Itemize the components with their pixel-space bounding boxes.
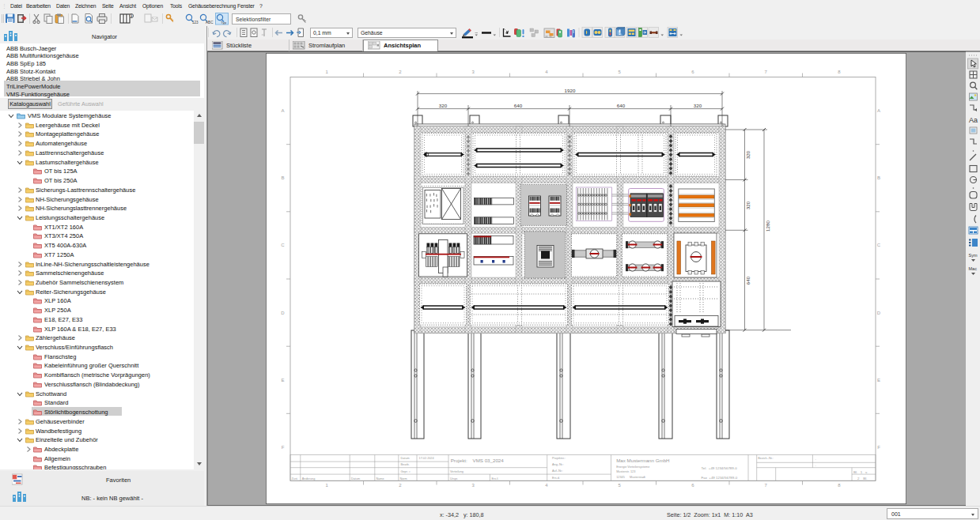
- svg-text:VMS 03_2024: VMS 03_2024: [473, 458, 505, 463]
- svg-text:F: F: [877, 445, 880, 450]
- svg-text:B: B: [877, 175, 880, 180]
- svg-text:Norm: Norm: [400, 477, 407, 480]
- svg-text:Energie Verteilersysteme: Energie Verteilersysteme: [616, 465, 649, 469]
- svg-text:1280: 1280: [765, 220, 770, 232]
- svg-text:Zust.: Zust.: [292, 477, 298, 480]
- svg-text:Projekt:: Projekt:: [451, 458, 467, 463]
- svg-text:B: B: [281, 175, 284, 180]
- svg-text:640: 640: [514, 103, 523, 108]
- svg-text:640: 640: [617, 103, 626, 108]
- svg-text:9: 9: [131, 13, 133, 18]
- svg-text:D: D: [877, 311, 881, 315]
- svg-text:320: 320: [694, 103, 702, 108]
- svg-text:2 Bl.: 2 Bl.: [857, 477, 867, 480]
- svg-text:Ers.d.: Ers.d.: [552, 477, 560, 480]
- svg-text:17.02.2024: 17.02.2024: [419, 457, 434, 460]
- svg-text:D: D: [281, 311, 285, 315]
- svg-text:123: 123: [192, 21, 199, 24]
- svg-text:ABC: ABC: [206, 21, 214, 24]
- svg-text:640: 640: [745, 276, 751, 284]
- svg-text:Projektnr.:: Projektnr.:: [552, 457, 566, 460]
- svg-text:Sym: Sym: [969, 253, 978, 258]
- svg-text:Aa: Aa: [969, 116, 978, 124]
- svg-text:C: C: [281, 243, 285, 247]
- svg-text:Auf.-Nr.:: Auf.-Nr.:: [552, 469, 563, 473]
- svg-text:E: E: [877, 378, 880, 382]
- svg-text:Änderung: Änderung: [302, 477, 315, 480]
- svg-text:A: A: [877, 108, 880, 113]
- svg-text:Urspr.: Urspr.: [450, 477, 458, 480]
- svg-text:Verteilung: Verteilung: [450, 470, 464, 473]
- svg-text:Ers.f.: Ers.f.: [492, 477, 499, 480]
- svg-text:Typ: Typ: [221, 21, 227, 24]
- svg-text:320: 320: [439, 103, 448, 108]
- svg-text:Mac: Mac: [969, 266, 978, 271]
- svg-text:E: E: [281, 378, 284, 382]
- svg-text:A: A: [281, 108, 284, 113]
- svg-text:Datum: Datum: [351, 477, 360, 480]
- svg-text:Max Mustermann GmbH: Max Mustermann GmbH: [616, 458, 669, 463]
- svg-text:F: F: [282, 445, 285, 450]
- svg-text:12345 Musterstadt: 12345 Musterstadt: [616, 476, 646, 479]
- svg-text:Ang.-Nr.:: Ang.-Nr.:: [552, 463, 564, 466]
- svg-text:Name: Name: [376, 477, 384, 480]
- svg-text:1920: 1920: [565, 88, 576, 93]
- svg-text:320: 320: [745, 201, 751, 209]
- svg-text:Datum: Datum: [401, 457, 410, 460]
- svg-text:Fax +49 1234/56789-0: Fax +49 1234/56789-0: [702, 476, 738, 480]
- svg-text:Bl. 1 v.: Bl. 1 v.: [853, 470, 868, 474]
- svg-text:Bezich.-Nr.:: Bezich.-Nr.:: [758, 457, 774, 460]
- svg-text:Musterstr. 123: Musterstr. 123: [616, 470, 635, 473]
- svg-text:320: 320: [745, 150, 751, 159]
- svg-text:C: C: [877, 243, 881, 247]
- svg-text:Tel. +49 1234/56789-0: Tel. +49 1234/56789-0: [702, 466, 738, 470]
- svg-text:Gepr. ≈: Gepr. ≈: [401, 470, 411, 473]
- svg-text:Bearb.: Bearb.: [401, 463, 410, 466]
